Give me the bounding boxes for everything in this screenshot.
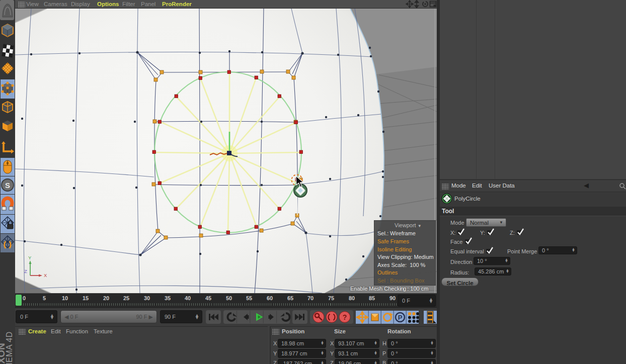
svg-text:Y: Y [28,255,32,260]
svg-text:Z: Z [24,268,27,274]
svg-text:MAXON: MAXON [0,343,7,364]
svg-text:?: ? [343,313,347,321]
svg-text:P: P [398,314,403,321]
svg-text:X: X [44,272,47,278]
